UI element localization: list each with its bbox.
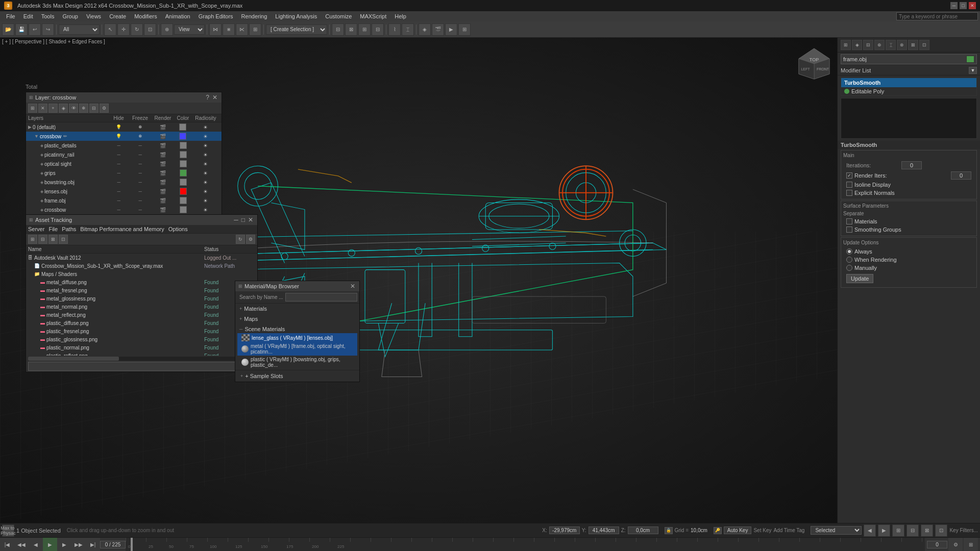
- layer-toggle-crossbow[interactable]: ▼: [34, 134, 39, 139]
- render-lenses[interactable]: 🎬: [160, 189, 166, 194]
- toolbar-render[interactable]: ▶: [445, 23, 457, 36]
- layer-row-frame[interactable]: ◈ frame.obj ─ ─ 🎬 ☀: [26, 196, 222, 205]
- color-picatinny[interactable]: [180, 151, 187, 158]
- render-optical[interactable]: 🎬: [160, 161, 166, 167]
- isoline-checkbox[interactable]: [846, 182, 852, 188]
- sample-slots-header[interactable]: + + Sample Slots: [238, 372, 356, 380]
- asset-menu-options[interactable]: Options: [168, 226, 188, 232]
- always-radio[interactable]: [846, 248, 852, 255]
- freeze-optical[interactable]: ─: [139, 161, 142, 166]
- rp-icon-1[interactable]: ⊞: [841, 40, 851, 50]
- toolbar-ref-coord[interactable]: ⊕: [161, 23, 173, 36]
- asset-panel-header[interactable]: ⊞ Asset Tracking ─ □ ✕: [26, 215, 257, 225]
- search-input[interactable]: [897, 14, 977, 19]
- materials-checkbox[interactable]: [846, 218, 852, 224]
- max-to-physac-btn[interactable]: Max to Physac: [2, 524, 14, 537]
- selection-set-dropdown[interactable]: All: [59, 24, 100, 35]
- auto-key-button[interactable]: Auto Key: [724, 527, 752, 534]
- menu-modifiers[interactable]: Modifiers: [130, 11, 161, 21]
- x-value[interactable]: -29,979cm: [549, 527, 580, 534]
- editable-poly-item[interactable]: Editable Poly: [841, 87, 976, 95]
- hide-icon-crossbow[interactable]: 💡: [116, 134, 121, 139]
- hide-picatinny[interactable]: ─: [117, 152, 120, 157]
- layer-row-default[interactable]: ▶ 0 (default) 💡 ❄ 🎬 ☀: [26, 122, 222, 132]
- sel-btn-3[interactable]: ⊞: [892, 524, 904, 537]
- render-iters-value[interactable]: 0: [951, 171, 971, 180]
- layer-panel-header[interactable]: ⊞ Layer: crossbow ? ✕: [26, 92, 222, 103]
- key-filters-label[interactable]: Key Filters...: [949, 528, 978, 533]
- freeze-crossbow2[interactable]: ─: [139, 207, 142, 212]
- y-value[interactable]: 41,443cm: [589, 527, 619, 534]
- timeline-play[interactable]: ▶: [43, 538, 57, 551]
- explicit-normals-checkbox[interactable]: [846, 190, 852, 196]
- menu-group[interactable]: Group: [58, 11, 82, 21]
- layer-tb-delete[interactable]: ✕: [38, 104, 47, 113]
- material-panel-header[interactable]: ⊞ Material/Map Browser ✕: [235, 281, 359, 291]
- toolbar-redo[interactable]: ↪: [42, 23, 54, 36]
- iterations-value[interactable]: 0: [901, 161, 922, 169]
- color-lenses[interactable]: [180, 188, 187, 195]
- hide-grips[interactable]: ─: [117, 170, 120, 176]
- render-picatinny[interactable]: 🎬: [160, 152, 166, 158]
- render-icon-crossbow[interactable]: 🎬: [160, 134, 166, 139]
- layer-crossbow-edit[interactable]: ✏: [63, 134, 67, 139]
- toolbar-open[interactable]: 📂: [2, 23, 14, 36]
- hide-frame[interactable]: ─: [117, 198, 120, 203]
- navigation-cube[interactable]: TOP FRONT LEFT: [796, 46, 832, 82]
- rp-icon-2[interactable]: ◈: [852, 40, 862, 50]
- render-crossbow2[interactable]: 🎬: [160, 207, 166, 213]
- asset-row-plastic-fresnel[interactable]: ▬ plastic_fresnel.png Found: [26, 327, 257, 335]
- timeline-end[interactable]: ▶|: [86, 538, 100, 551]
- layer-tb-settings[interactable]: ⚙: [100, 104, 109, 113]
- hide-icon-default[interactable]: 💡: [116, 124, 121, 130]
- asset-row-maps[interactable]: 📁 Maps / Shaders: [26, 270, 257, 278]
- freeze-bowstring[interactable]: ─: [139, 180, 142, 185]
- timeline-start[interactable]: |◀: [0, 538, 14, 551]
- freeze-grips[interactable]: ─: [139, 170, 142, 176]
- freeze-icon-default[interactable]: ❄: [138, 124, 142, 130]
- toolbar-render-setup[interactable]: 🎬: [432, 23, 444, 36]
- layer-row-crossbow[interactable]: ▼ crossbow ✏ 💡 ❄ 🎬 ☀: [26, 132, 222, 141]
- when-rendering-radio[interactable]: [846, 257, 852, 263]
- asset-panel-close[interactable]: ✕: [247, 216, 254, 223]
- timeline-track[interactable]: 0 25 50 75 100 125 150 175 200 225: [126, 538, 925, 551]
- named-selection-dropdown[interactable]: [ Create Selection ]: [266, 24, 327, 35]
- toolbar-align[interactable]: ⊠: [345, 23, 357, 36]
- asset-menu-bitmap[interactable]: Bitmap Performance and Memory: [80, 226, 164, 232]
- hide-crossbow2[interactable]: ─: [117, 207, 120, 212]
- modifier-dropdown[interactable]: ▼: [969, 67, 977, 74]
- asset-row-plastic-glossiness[interactable]: ▬ plastic_glossiness.png Found: [26, 335, 257, 343]
- asset-tb-refresh[interactable]: ↻: [236, 235, 245, 244]
- freeze-plastic[interactable]: ─: [139, 143, 142, 148]
- asset-tb-2[interactable]: ⊟: [38, 235, 47, 244]
- menu-rendering[interactable]: Rendering: [237, 11, 272, 21]
- asset-panel-minimize[interactable]: ─: [233, 216, 239, 223]
- maximize-button[interactable]: □: [960, 2, 967, 9]
- toolbar-move[interactable]: ✛: [117, 23, 130, 36]
- asset-row-metal-fresnel[interactable]: ▬ metal_fresnel.png Found: [26, 286, 257, 294]
- menu-animation[interactable]: Animation: [161, 11, 194, 21]
- menu-tools[interactable]: Tools: [37, 11, 59, 21]
- manually-radio[interactable]: [846, 265, 852, 271]
- lock-btn[interactable]: 🔒: [665, 527, 673, 534]
- timeline-next-frame[interactable]: ▶: [57, 538, 71, 551]
- layer-row-lenses[interactable]: ◈ lenses.obj ─ ─ 🎬 ☀: [26, 187, 222, 196]
- frame-counter[interactable]: 0 / 225: [100, 541, 126, 548]
- hide-optical[interactable]: ─: [117, 161, 120, 166]
- asset-tb-settings[interactable]: ⚙: [246, 235, 255, 244]
- sel-btn-4[interactable]: ⊟: [906, 524, 919, 537]
- freeze-lenses[interactable]: ─: [139, 189, 142, 194]
- hide-plastic[interactable]: ─: [117, 143, 120, 148]
- menu-create[interactable]: Create: [105, 11, 130, 21]
- color-grips[interactable]: [180, 169, 187, 177]
- update-button[interactable]: Update: [846, 274, 873, 283]
- timeline-prev[interactable]: ◀◀: [14, 538, 29, 551]
- sel-btn-6[interactable]: ⊡: [935, 524, 947, 537]
- color-swatch-crossbow[interactable]: [179, 133, 186, 140]
- asset-scrollbar[interactable]: [28, 357, 255, 361]
- toolbar-scale[interactable]: ⊡: [144, 23, 156, 36]
- turbosmooth-header[interactable]: TurboSmooth: [841, 78, 976, 87]
- toolbar-snap1[interactable]: ⋈: [209, 23, 222, 36]
- layer-row-grips[interactable]: ◈ grips ─ ─ 🎬 ☀: [26, 168, 222, 178]
- color-swatch-default[interactable]: [179, 123, 186, 131]
